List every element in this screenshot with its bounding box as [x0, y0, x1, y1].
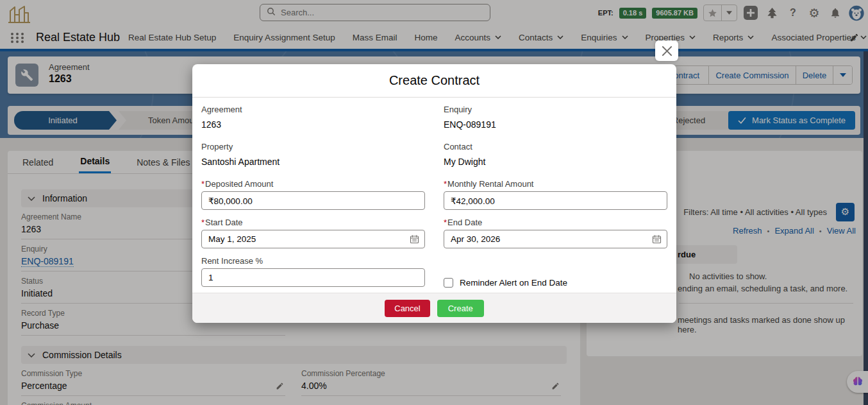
- close-icon: [662, 46, 672, 56]
- create-contract-modal: Create Contract Agreement 1263 Enquiry E…: [192, 64, 676, 323]
- start-date-field: *Start Date: [201, 218, 425, 248]
- app-canvas: EPT: 0.18 s 9605.87 KB ? ⚙: [0, 0, 868, 405]
- modal-field-agreement: Agreement 1263: [201, 105, 425, 130]
- reminder-alert-checkbox[interactable]: [444, 278, 453, 288]
- modal-title: Create Contract: [192, 64, 676, 98]
- cancel-button[interactable]: Cancel: [385, 300, 430, 317]
- end-date-input[interactable]: [444, 230, 667, 248]
- deposited-amount-input[interactable]: [201, 191, 425, 210]
- monthly-rental-input[interactable]: [444, 191, 667, 210]
- rent-increase-input[interactable]: [201, 268, 425, 287]
- modal-field-enquiry: Enquiry ENQ-089191: [444, 105, 667, 130]
- deposited-amount-field: *Deposited Amount: [201, 179, 425, 210]
- rent-increase-field: Rent Increase %: [201, 256, 425, 287]
- modal-field-property: Property Santoshi Apartment: [201, 142, 425, 167]
- modal-field-contact: Contact My Dwight: [444, 142, 667, 167]
- end-date-field: *End Date: [444, 218, 667, 248]
- reminder-alert-label: Reminder Alert on End Date: [460, 278, 567, 288]
- create-button[interactable]: Create: [437, 300, 484, 317]
- modal-close-button[interactable]: [655, 40, 678, 61]
- reminder-alert-field: Reminder Alert on End Date: [444, 270, 667, 295]
- monthly-rental-field: *Monthly Rental Amount: [444, 179, 667, 210]
- start-date-input[interactable]: [201, 230, 425, 248]
- modal-footer: Cancel Create: [192, 293, 676, 323]
